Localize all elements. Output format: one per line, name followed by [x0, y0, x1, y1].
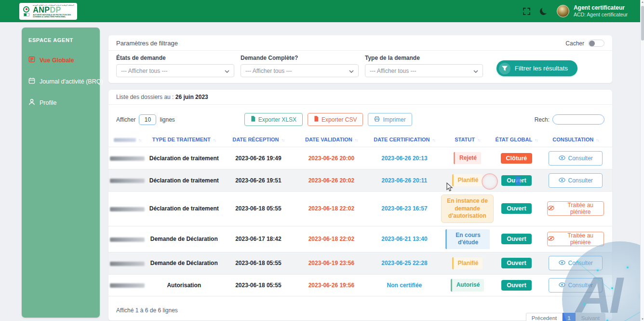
show-label-prefix: Afficher	[116, 116, 135, 123]
sort-icon[interactable]: ↑↓	[138, 138, 141, 142]
logo-brand: ANPDP	[33, 6, 74, 14]
user-name: Agent certificateur	[574, 4, 628, 12]
column-header-type[interactable]: TYPE DE TRAITEMENT↑↓	[146, 137, 222, 142]
list-date: 26 juin 2023	[175, 94, 208, 100]
sort-icon[interactable]: ↑↓	[282, 138, 284, 142]
page-length-input[interactable]	[139, 114, 156, 125]
treatment-type-cell: Déclaration de traitement	[146, 155, 222, 162]
select-etats-demande[interactable]: --- Afficher tous ---	[116, 64, 234, 77]
table-header-row: ↑↓ TYPE DE TRAITEMENT↑↓ DATE RÉCEPTION↑↓…	[108, 132, 612, 147]
global-state-badge: Clôturé	[501, 153, 533, 164]
reception-date-cell: 2023-06-18 05:55	[222, 260, 295, 266]
case-id-redacted	[108, 177, 146, 184]
page-number-button[interactable]: 1	[563, 313, 575, 321]
filter-label-complete: Demande Complète?	[241, 55, 359, 61]
sidebar-item-profile[interactable]: Profile	[28, 98, 93, 107]
user-icon	[28, 98, 35, 107]
treatment-type-cell: Demande de Déclaration	[146, 236, 222, 242]
plenary-button[interactable]: Traitée au plénière	[547, 201, 604, 216]
sort-icon[interactable]: ↑↓	[477, 138, 480, 142]
treatment-type-cell: Déclaration de traitement	[146, 205, 222, 212]
sort-icon[interactable]: ↑↓	[596, 138, 599, 142]
case-id-redacted	[108, 282, 146, 289]
scroll-up-arrow[interactable]: ▲	[641, 0, 644, 3]
filter-panel: Paramètres de filtrage Cacher États de d…	[108, 35, 612, 83]
global-state-badge: Ouvert	[501, 175, 531, 186]
export-csv-button[interactable]: Exporter CSV	[308, 113, 363, 126]
next-page-button[interactable]: Suivant	[576, 313, 605, 321]
hide-toggle[interactable]	[588, 40, 604, 47]
reception-date-cell: 2023-06-26 19:51	[222, 177, 295, 184]
filter-results-button[interactable]: Filtrer les résultats	[496, 60, 577, 76]
consult-button[interactable]: Consulter	[549, 278, 603, 293]
global-state-badge: Ouvert	[501, 203, 531, 214]
plenary-button[interactable]: Traitée au plénière	[547, 232, 604, 246]
validation-date-cell: 2023-06-26 19:56	[295, 282, 368, 289]
filter-label-etats: États de demande	[116, 55, 234, 61]
export-xlsx-button[interactable]: Exporter XLSX	[244, 113, 303, 126]
select-type-demande[interactable]: --- Afficher tous ---	[365, 64, 483, 77]
funnel-icon	[499, 63, 510, 74]
filter-label-type: Type de la demande	[365, 55, 483, 61]
certification-date-cell: 2023-06-23 16:57	[368, 205, 441, 212]
sort-icon[interactable]: ↑↓	[213, 138, 216, 142]
calendar-icon	[28, 77, 35, 85]
certification-date-cell: 2023-06-26 20:11	[368, 177, 441, 184]
sort-icon[interactable]: ↑↓	[355, 138, 358, 142]
scrollbar: ▲ ▼	[640, 0, 644, 321]
print-button[interactable]: Imprimer	[368, 113, 412, 126]
consult-button[interactable]: Consulter	[549, 256, 603, 270]
column-header-validation[interactable]: DATE VALIDATION↑↓	[295, 137, 368, 142]
status-badge: Rejeté	[454, 152, 481, 165]
sidebar-item-journal[interactable]: Journal d'activité (BRQ)	[28, 77, 93, 85]
status-badge: En instance de demande d'autorisation	[441, 195, 494, 223]
global-state-badge: Ouvert	[501, 258, 531, 268]
chevron-down-icon	[349, 68, 354, 74]
chevron-down-icon	[473, 68, 478, 74]
table-row[interactable]: Déclaration de traitement 2023-06-26 19:…	[108, 147, 612, 169]
previous-page-button[interactable]: Précedent	[526, 313, 563, 321]
main-content: Paramètres de filtrage Cacher États de d…	[108, 22, 612, 321]
certification-date-cell: Non certifiée	[368, 282, 441, 289]
certification-date-cell: 2023-06-25 22:28	[368, 260, 441, 266]
status-badge: Planifié	[452, 174, 483, 187]
consult-button[interactable]: Consulter	[549, 173, 603, 188]
sidebar-item-vue-globale[interactable]: Vue Globale	[28, 56, 93, 64]
global-state-badge: Ouvert	[501, 234, 531, 244]
column-header-reception[interactable]: DATE RÉCEPTION↑↓	[222, 137, 295, 142]
user-menu[interactable]: Agent certificateur ACD: Agent certifica…	[557, 4, 628, 18]
reception-date-cell: 2023-06-17 18:42	[222, 236, 295, 242]
dark-mode-moon-icon[interactable]	[540, 8, 547, 15]
printer-icon	[374, 116, 380, 123]
column-header-certification[interactable]: DATE CERTIFICATION↑↓	[368, 137, 441, 142]
column-header-id[interactable]: ↑↓	[108, 137, 146, 142]
hide-label: Cacher	[565, 40, 584, 47]
sort-icon[interactable]: ↑↓	[432, 138, 435, 142]
status-badge: Autorisé	[451, 279, 484, 292]
select-demande-complete[interactable]: --- Afficher tous ---	[241, 64, 359, 77]
file-csv-icon	[314, 116, 319, 123]
table-row[interactable]: Demande de Déclaration 2023-06-18 05:55 …	[108, 252, 612, 274]
search-input[interactable]	[552, 114, 604, 125]
sort-icon[interactable]: ↑↓	[535, 138, 537, 142]
panel-icon	[28, 56, 35, 64]
column-header-consultation[interactable]: CONSULTATION↑↓	[539, 137, 612, 142]
fullscreen-icon[interactable]	[523, 8, 530, 15]
column-header-etat-global[interactable]: ÉTAT GLOBAL↑↓	[494, 137, 539, 142]
validation-date-cell: 2023-06-19 23:56	[295, 260, 368, 266]
scrollbar-thumb[interactable]	[641, 6, 644, 41]
consult-button[interactable]: Consulter	[549, 151, 603, 166]
case-id-redacted	[108, 155, 146, 162]
table-row[interactable]: Autorisation 2023-06-18 05:55 2023-06-26…	[108, 274, 612, 296]
anpdp-logo[interactable]: السلطة الوطنية لحماية المعطيات ذات الطاب…	[19, 3, 77, 20]
table-row[interactable]: Déclaration de traitement 2023-06-26 19:…	[108, 169, 612, 191]
scroll-down-arrow[interactable]: ▼	[641, 318, 644, 321]
user-role: ACD: Agent certificateur	[574, 12, 628, 18]
column-header-statut[interactable]: STATUT↑↓	[441, 137, 494, 142]
eye-slash-icon	[548, 236, 554, 242]
table-row[interactable]: Demande de Déclaration 2023-06-17 18:42 …	[108, 226, 612, 252]
table-row[interactable]: Déclaration de traitement 2023-06-18 05:…	[108, 191, 612, 226]
list-title: Liste des dossiers au : 26 juin 2023	[108, 90, 612, 105]
case-id-redacted	[108, 205, 146, 212]
dossiers-panel: Liste des dossiers au : 26 juin 2023 Aff…	[108, 90, 612, 321]
